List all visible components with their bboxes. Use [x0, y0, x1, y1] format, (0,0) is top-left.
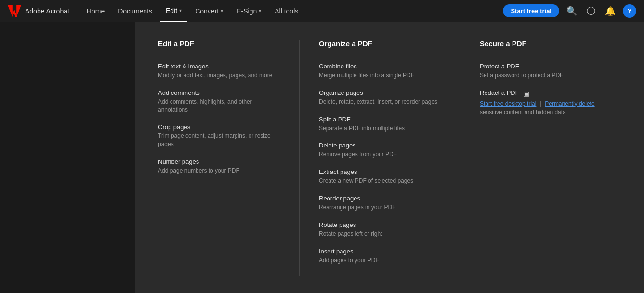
extract-pages-item[interactable]: Extract pages Create a new PDF of select…: [319, 168, 441, 185]
split-pdf-title: Split a PDF: [319, 116, 441, 123]
add-comments-item[interactable]: Add comments Add comments, highlights, a…: [158, 89, 280, 114]
insert-pages-item[interactable]: Insert pages Add pages to your PDF: [319, 248, 441, 265]
number-pages-desc: Add page numbers to your PDF: [158, 167, 280, 175]
nav-convert[interactable]: Convert ▾: [189, 0, 229, 22]
notifications-icon[interactable]: 🔔: [604, 4, 617, 18]
desktop-icon: ▣: [523, 90, 529, 97]
main-area: Edit a PDF Edit text & images Modify or …: [0, 22, 644, 293]
combine-files-item[interactable]: Combine files Merge multiple files into …: [319, 63, 441, 80]
brand-name: Adobe Acrobat: [25, 7, 69, 15]
delete-pages-item[interactable]: Delete pages Remove pages from your PDF: [319, 142, 441, 159]
redact-separator: |: [540, 100, 541, 107]
split-pdf-desc: Separate a PDF into multiple files: [319, 124, 441, 133]
crop-pages-title: Crop pages: [158, 123, 280, 131]
nav-right: Start free trial 🔍 ⓘ 🔔 Y: [503, 4, 636, 18]
split-pdf-item[interactable]: Split a PDF Separate a PDF into multiple…: [319, 116, 441, 133]
extract-pages-desc: Create a new PDF of selected pages: [319, 177, 441, 185]
delete-pages-title: Delete pages: [319, 142, 441, 149]
organize-a-pdf-section: Organize a PDF Combine files Merge multi…: [319, 40, 460, 276]
redact-pdf-item[interactable]: Redact a PDF ▣ Start free desktop trial …: [480, 89, 602, 117]
edit-dropdown: Edit a PDF Edit text & images Modify or …: [135, 22, 644, 293]
redact-title-row: Redact a PDF ▣: [480, 89, 602, 98]
user-avatar[interactable]: Y: [623, 4, 636, 18]
nav-esign[interactable]: E-Sign ▾: [231, 0, 267, 22]
protect-pdf-item[interactable]: Protect a PDF Set a password to protect …: [480, 63, 602, 80]
left-sidebar: [0, 22, 135, 293]
crop-pages-item[interactable]: Crop pages Trim page content, adjust mar…: [158, 123, 280, 148]
combine-files-desc: Merge multiple files into a single PDF: [319, 71, 441, 80]
rotate-pages-title: Rotate pages: [319, 221, 441, 228]
edit-text-images-desc: Modify or add text, images, pages, and m…: [158, 71, 280, 80]
delete-pages-desc: Remove pages from your PDF: [319, 150, 441, 159]
reorder-pages-desc: Rearrange pages in your PDF: [319, 203, 441, 212]
rotate-pages-desc: Rotate pages left or right: [319, 230, 441, 238]
insert-pages-desc: Add pages to your PDF: [319, 256, 441, 265]
redact-pdf-title: Redact a PDF: [480, 89, 519, 96]
reorder-pages-title: Reorder pages: [319, 195, 441, 202]
dropdown-content: Edit a PDF Edit text & images Modify or …: [135, 22, 644, 293]
redact-perm-desc: sensitive content and hidden data: [480, 109, 566, 116]
nav-edit[interactable]: Edit ▾: [160, 0, 187, 22]
combine-files-title: Combine files: [319, 63, 441, 70]
convert-chevron-icon: ▾: [221, 8, 223, 13]
insert-pages-title: Insert pages: [319, 248, 441, 255]
reorder-pages-item[interactable]: Reorder pages Rearrange pages in your PD…: [319, 195, 441, 212]
help-icon[interactable]: ⓘ: [584, 4, 598, 18]
edit-text-images-title: Edit text & images: [158, 63, 280, 70]
edit-a-pdf-title: Edit a PDF: [158, 40, 280, 53]
edit-a-pdf-section: Edit a PDF Edit text & images Modify or …: [158, 40, 300, 276]
crop-pages-desc: Trim page content, adjust margins, or re…: [158, 132, 280, 148]
protect-pdf-title: Protect a PDF: [480, 63, 602, 70]
nav-home[interactable]: Home: [81, 0, 110, 22]
permanently-delete-link[interactable]: Permanently delete: [545, 100, 594, 107]
organize-a-pdf-title: Organize a PDF: [319, 40, 441, 53]
extract-pages-title: Extract pages: [319, 168, 441, 175]
start-free-desktop-trial-link[interactable]: Start free desktop trial: [480, 100, 536, 107]
search-icon[interactable]: 🔍: [565, 4, 578, 18]
esign-chevron-icon: ▾: [259, 8, 261, 13]
adobe-logo-icon: [8, 4, 21, 18]
organize-pages-item[interactable]: Organize pages Delete, rotate, extract, …: [319, 89, 441, 106]
nav-alltools[interactable]: All tools: [269, 0, 304, 22]
organize-pages-desc: Delete, rotate, extract, insert, or reor…: [319, 98, 441, 106]
brand: Adobe Acrobat: [8, 4, 69, 18]
redact-links: Start free desktop trial | Permanently d…: [480, 99, 602, 117]
edit-text-images-item[interactable]: Edit text & images Modify or add text, i…: [158, 63, 280, 80]
add-comments-title: Add comments: [158, 89, 280, 96]
rotate-pages-item[interactable]: Rotate pages Rotate pages left or right: [319, 221, 441, 238]
number-pages-title: Number pages: [158, 158, 280, 165]
nav-documents[interactable]: Documents: [112, 0, 158, 22]
protect-pdf-desc: Set a password to protect a PDF: [480, 71, 602, 80]
secure-a-pdf-title: Secure a PDF: [480, 40, 602, 53]
edit-chevron-icon: ▾: [179, 8, 182, 13]
start-free-trial-button[interactable]: Start free trial: [503, 4, 559, 17]
navbar: Adobe Acrobat Home Documents Edit ▾ Conv…: [0, 0, 644, 22]
add-comments-desc: Add comments, highlights, and other anno…: [158, 98, 280, 114]
organize-pages-title: Organize pages: [319, 89, 441, 96]
nav-links: Home Documents Edit ▾ Convert ▾ E-Sign ▾…: [81, 0, 503, 22]
number-pages-item[interactable]: Number pages Add page numbers to your PD…: [158, 158, 280, 175]
secure-a-pdf-section: Secure a PDF Protect a PDF Set a passwor…: [480, 40, 621, 276]
